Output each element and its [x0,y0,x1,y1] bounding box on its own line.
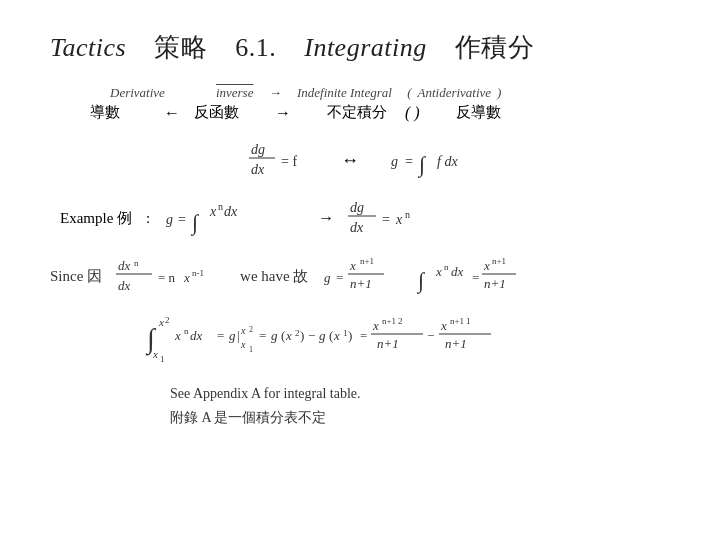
svg-text:∫: ∫ [190,210,200,236]
svg-text:(: ( [329,328,333,343]
since-row: Since 因 dx n dx = n x n-1 we have 故 g = … [50,254,670,298]
example-label: Example 例 [60,209,132,228]
svg-text:2: 2 [295,328,300,338]
svg-text:= f: = f [281,154,297,169]
svg-text:n: n [405,209,410,220]
title-integrating: Integrating [304,33,427,62]
svg-text:=: = [360,328,367,343]
svg-text:=: = [217,328,224,343]
svg-text:n: n [134,258,139,268]
arrow-right1: → [269,85,282,101]
implies-arrow: → [318,209,334,227]
svg-text:n-1: n-1 [192,268,204,278]
derivative-label: Derivative [110,85,165,101]
diagram-top-row: Derivative inverse → Indefinite Integral… [70,85,650,101]
example-colon: : [146,210,150,227]
svg-text:x: x [209,204,217,219]
indefinite-integral-label: Indefinite Integral [297,85,392,101]
svg-text:x: x [435,264,442,279]
svg-text:x: x [372,318,379,333]
svg-text:x: x [483,258,490,273]
svg-text:n+1: n+1 [445,336,467,351]
formula-g-integral: g = ∫ f dx [389,138,489,182]
svg-text:=: = [405,154,413,169]
example-formula2: dg dx = x n [348,196,438,240]
svg-text:=: = [382,212,390,227]
svg-text:2: 2 [398,316,403,326]
title-cn1: 策略 [154,33,207,62]
paren-close: ) [497,85,501,101]
svg-text:g: g [319,328,326,343]
cn-derivative-text: 導數 [90,103,120,122]
definite-integral-formula: ∫ x 2 x 1 x n dx = g | x 2 x 1 = g ( x 2… [145,306,605,364]
svg-text:n+1: n+1 [450,316,464,326]
example-formula1: g = ∫ x n dx [164,196,304,240]
example-section: Example 例 : g = ∫ x n dx → dg dx = x n [50,196,670,240]
paren-open: ( [407,85,411,101]
cn-indefinite-text: 不定積分 [327,103,387,122]
svg-text:n: n [218,201,223,212]
cn-inverse: 反函數 [194,103,239,122]
svg-text:dx: dx [251,162,265,177]
svg-text:n+1: n+1 [492,256,506,266]
svg-text:g: g [324,270,331,285]
svg-text:= n: = n [158,270,176,285]
cn-inverse-text: 反函數 [194,103,239,122]
svg-text:dx: dx [224,204,238,219]
svg-text:dx: dx [350,220,364,235]
svg-text:x: x [395,212,403,227]
definite-integral-row: ∫ x 2 x 1 x n dx = g | x 2 x 1 = g ( x 2… [50,306,670,364]
svg-text:n+1: n+1 [350,276,372,291]
svg-text:x: x [240,339,246,350]
svg-text:): ) [348,328,352,343]
svg-text:1: 1 [466,316,471,326]
cn-labels-row: 導數 ← 反函數 → 不定積分 ( ) 反導數 [70,103,650,122]
svg-text:): ) [300,328,304,343]
svg-text:∫: ∫ [417,152,427,178]
svg-text:1: 1 [249,345,253,354]
svg-text:=: = [336,270,343,285]
svg-text:n: n [184,326,189,336]
svg-text:x: x [333,328,340,343]
svg-text:x: x [440,318,447,333]
svg-text:n+1: n+1 [377,336,399,351]
svg-text:x: x [174,328,181,343]
page-title: Tactics 策略 6.1. Integrating 作積分 [50,30,670,65]
svg-text:x: x [240,325,246,336]
svg-text:|: | [237,328,240,343]
svg-text:1: 1 [343,328,348,338]
main-formula-row: dg dx = f ↔ g = ∫ f dx [50,138,670,182]
svg-text:g: g [271,328,278,343]
svg-text:x: x [349,258,356,273]
appendix-line1: See Appendix A for integral table. [170,382,670,406]
svg-text:f dx: f dx [437,154,458,169]
biconditional: ↔ [341,150,359,171]
since-label: Since 因 [50,267,102,286]
svg-text:dx: dx [118,258,131,273]
svg-text:(: ( [281,328,285,343]
title-section: 6.1. [235,33,276,62]
svg-text:x: x [183,270,190,285]
cn-indefinite: 不定積分 [327,103,387,122]
appendix-section: See Appendix A for integral table. 附錄 A … [50,382,670,430]
cn-antiderivative-text: 反導數 [456,103,501,122]
svg-text:2: 2 [165,315,170,325]
svg-text:x: x [285,328,292,343]
svg-text:g: g [391,154,398,169]
title-cn2: 作積分 [455,33,535,62]
svg-text:−: − [308,328,315,343]
svg-text:=: = [259,328,266,343]
svg-text:g: g [229,328,236,343]
svg-text:g: g [166,212,173,227]
svg-text:2: 2 [249,325,253,334]
integral-result-formula: ∫ x n dx = x n+1 n+1 [416,254,536,298]
since-formula: dx n dx = n x n-1 [116,254,226,298]
svg-text:dx: dx [118,278,131,293]
inverse-label: inverse [216,85,254,101]
svg-text:dg: dg [350,200,364,215]
svg-text:∫: ∫ [416,268,426,294]
diagram-area: Derivative inverse → Indefinite Integral… [50,85,670,122]
svg-text:x: x [158,316,164,328]
formula-dg-dx: dg dx = f [231,138,311,182]
svg-text:−: − [427,328,434,343]
